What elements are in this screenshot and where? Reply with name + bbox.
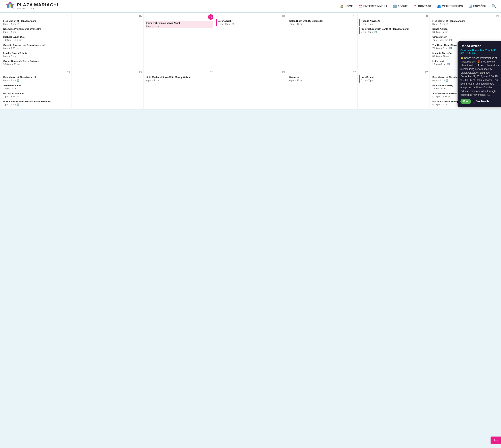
calendar-grid: 15 Flea Market at Plaza Mariachi 8 am – … — [0, 12, 501, 110]
day-cell-19: 19 Salsa Night with DJ Exquisite! 7 pm –… — [286, 13, 358, 69]
event-name: Posada Navideña — [361, 19, 427, 23]
event-name: Salsa Night with DJ Exquisite! — [289, 19, 355, 23]
day-cell-21: 21 Flea Market at Plaza Mariachi 8 am – … — [429, 13, 501, 69]
event-time: 6 pm – 10 pm — [289, 79, 355, 82]
nav-memberships[interactable]: 👥 MEMBERSHIPS — [435, 3, 465, 9]
day-number-22: 22 — [2, 71, 70, 74]
day-cell-15: 15 Flea Market at Plaza Mariachi 8 am – … — [0, 13, 72, 69]
nav-espanol-label: ESPAÑOL — [473, 4, 487, 8]
day-cell-20: 20 Posada Navideña 5 pm – 1 am Free Pict… — [358, 13, 429, 69]
calendar-icon: 📅 — [359, 4, 362, 8]
tooltip-see-details-button[interactable]: See Details — [473, 99, 492, 104]
day-number-17: 17 — [145, 14, 213, 20]
event-tooltip: Danza Azteca Saturday, December 21 @ 6:3… — [457, 41, 501, 107]
nav-about-label: ABOUT — [398, 4, 408, 8]
day-number-25: 25 — [216, 71, 285, 74]
language-icon: 🔄 — [469, 4, 472, 8]
event-time: 1 pm – 3:45 pm — [3, 95, 69, 98]
logo-sub-text: MUSIC CITY — [17, 7, 58, 10]
event-free-pictures-22[interactable]: Free Pictures with Santa at Plaza Mariac… — [2, 99, 70, 107]
event-lupillo-rivera[interactable]: Lupillo Rivera Tribute 8 pm – 9 pm — [2, 51, 70, 58]
event-danza-azteca[interactable]: Danza Azteca 6:30 pm – 7 pm — [431, 27, 499, 34]
day-number-20: 20 — [359, 14, 428, 18]
event-name: Danza Azteca — [432, 28, 498, 31]
day-number-15: 15 — [2, 14, 70, 18]
logo-main-text: PLAZA MARIACHI — [17, 2, 58, 7]
tooltip-free-badge[interactable]: Free — [460, 99, 471, 104]
event-time: 8 am – 4 pm 🔄 — [3, 79, 69, 82]
day-cell-17: 17 Family Christmas Movie Night 5 pm – 9… — [143, 13, 215, 69]
nav-entertainment-label: ENTERTAINMENT — [363, 4, 388, 8]
nav-contact[interactable]: 📍 CONTACT — [411, 3, 434, 9]
event-name: Mariachi Olimpico — [3, 92, 69, 95]
day-cell-16: 16 — [72, 13, 143, 69]
event-family-christmas[interactable]: Family Christmas Movie Night 5 pm – 9 pm — [145, 21, 213, 28]
event-sebastian-leon[interactable]: Sebastian Leon 12 pm – 1 pm — [2, 83, 70, 91]
event-time: 8 am – 4 pm 🔄 — [432, 23, 498, 25]
logo-link[interactable]: PLAZA MARIACHI MUSIC CITY — [5, 1, 58, 11]
nav-espanol[interactable]: 🔄 ESPAÑOL — [466, 3, 489, 9]
event-circus-show[interactable]: Circus Show 7 pm – 7:30 pm 🔄 — [431, 35, 499, 42]
tooltip-title: Danza Azteca — [460, 44, 500, 48]
location-icon: 📍 — [413, 4, 417, 8]
event-name: Nashville Philharmonic Orchestra — [3, 28, 69, 31]
main-nav: PLAZA MARIACHI MUSIC CITY 🏠 HOME 📅 ENTER… — [0, 0, 501, 12]
event-time: 2 pm – 4 pm — [3, 31, 69, 33]
event-name: Circus Show — [432, 35, 498, 39]
event-name: Flea Market at Plaza Mariachi — [3, 76, 69, 79]
day-cell-18: 18 Lotería Night 6 pm – 9 pm 🔄 — [215, 13, 286, 69]
event-name: Free Pictures with Santa at Plaza Mariac… — [3, 100, 69, 103]
day-number-27: 27 — [359, 71, 428, 74]
event-solo-mariachi-24[interactable]: Solo Mariachi Show With Manny Gabriel 6 … — [145, 75, 213, 82]
nav-home[interactable]: 🏠 HOME — [338, 3, 356, 9]
nav-memberships-label: MEMBERSHIPS — [442, 4, 463, 8]
event-time: 4:30 pm – 5:30 pm — [3, 39, 69, 41]
today-badge: 17 — [208, 14, 213, 20]
day-number-26: 26 — [288, 71, 356, 74]
nav-about[interactable]: ℹ️ ABOUT — [391, 3, 410, 9]
event-free-pictures-20[interactable]: Free Pictures with Santa at Plaza Mariac… — [359, 27, 428, 34]
event-name: Family Christmas Movie Night — [146, 21, 212, 25]
event-time: 2 pm – 4 pm 🔄 — [3, 103, 69, 106]
event-gundito-pineda[interactable]: Gundito Pineda y su Grupo Universal 6 pm… — [2, 43, 70, 50]
event-name: Lotería Night — [218, 19, 284, 23]
event-flea-market-22[interactable]: Flea Market at Plaza Mariachi 8 am – 4 p… — [2, 75, 70, 82]
event-name: Free Pictures with Santa at Plaza Mariac… — [361, 28, 427, 31]
info-icon: ℹ️ — [393, 4, 397, 8]
event-time: 5 pm – 9 pm — [146, 25, 212, 28]
event-salsa-night[interactable]: Salsa Night with DJ Exquisite! 7 pm – 12… — [288, 19, 356, 26]
event-name: Sebastian Leon — [3, 84, 69, 87]
nav-home-label: HOME — [345, 4, 353, 8]
day-cell-24: 24 Solo Mariachi Show With Manny Gabriel… — [143, 69, 215, 109]
event-time: 6 pm – 7 pm — [146, 79, 212, 82]
event-flea-market-15[interactable]: Flea Market at Plaza Mariachi 8 am – 4 p… — [2, 19, 70, 26]
event-nashville-philharmonic[interactable]: Nashville Philharmonic Orchestra 2 pm – … — [2, 27, 70, 34]
event-name: Lupillo Rivera Tribute — [3, 52, 69, 55]
search-icon[interactable]: 🔍 — [492, 4, 496, 8]
day-cell-27: 27 Luis Ernesto 6 pm – 7 pm — [358, 69, 429, 109]
event-time: 6 pm – 7:30 pm — [3, 47, 69, 49]
event-time: 8 am – 4 pm 🔄 — [3, 23, 69, 25]
nav-entertainment[interactable]: 📅 ENTERTAINMENT — [356, 3, 390, 9]
event-posada-navidena[interactable]: Posada Navideña 5 pm – 1 am — [359, 19, 428, 26]
event-name: Grupo Gitano de Tierra Caliente — [3, 60, 69, 63]
members-icon: 👥 — [437, 4, 441, 8]
event-name: Luis Ernesto — [361, 76, 427, 79]
event-time: 7 pm – 12 am — [289, 23, 355, 25]
event-time: 8 pm – 9 pm — [3, 55, 69, 58]
nav-contact-label: CONTACT — [418, 4, 432, 8]
event-kwanzaa[interactable]: Kwanzaa 6 pm – 10 pm — [288, 75, 356, 82]
event-time: 6 pm – 9 pm 🔄 — [218, 23, 284, 25]
event-grupo-gitano[interactable]: Grupo Gitano de Tierra Caliente 9:30 pm … — [2, 59, 70, 66]
day-number-24: 24 — [145, 71, 213, 74]
event-flea-market-21[interactable]: Flea Market at Plaza Mariachi 8 am – 4 p… — [431, 19, 499, 26]
event-mariachi-olimpico[interactable]: Mariachi Olimpico 1 pm – 3:45 pm — [2, 91, 70, 98]
event-michael-lynch[interactable]: Michael Lynch Duo 4:30 pm – 5:30 pm — [2, 35, 70, 42]
event-name: Flea Market at Plaza Mariachi — [3, 19, 69, 23]
day-number-23: 23 — [73, 71, 142, 74]
event-loteria-night[interactable]: Lotería Night 6 pm – 9 pm 🔄 — [216, 19, 285, 26]
day-cell-26: 26 Kwanzaa 6 pm – 10 pm — [286, 69, 358, 109]
day-cell-22: 22 Flea Market at Plaza Mariachi 8 am – … — [0, 69, 72, 109]
event-luis-ernesto[interactable]: Luis Ernesto 6 pm – 7 pm — [359, 75, 428, 82]
logo-icon — [5, 1, 15, 11]
